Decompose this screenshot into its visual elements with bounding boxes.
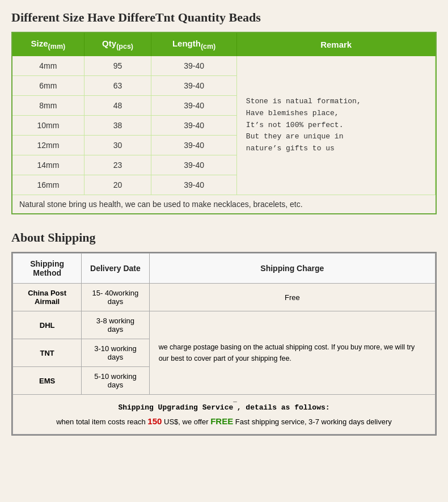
charge-note: we charge postage basing on the actual s… (149, 311, 435, 395)
upgrade-row: Shipping Upgrading Service¯, details as … (13, 395, 436, 434)
method-tnt: TNT (13, 339, 82, 367)
qty-cell: 48 (84, 96, 151, 116)
qty-cell: 38 (84, 116, 151, 136)
shipping-row-dhl: DHL 3-8 working days we charge postage b… (13, 311, 436, 339)
length-cell: 39-40 (151, 56, 237, 76)
note-cell: Natural stone bring us health, we can be… (12, 195, 436, 214)
qty-cell: 20 (84, 175, 151, 195)
length-cell: 39-40 (151, 96, 237, 116)
upgrade-threshold: 150 (147, 416, 162, 426)
shipping-col-delivery: Delivery Date (82, 254, 149, 284)
qty-cell: 30 (84, 136, 151, 155)
shipping-table-wrapper: Shipping Method Delivery Date Shipping C… (11, 252, 437, 436)
size-cell: 14mm (12, 155, 84, 175)
shipping-title: About Shipping (11, 230, 437, 245)
length-cell: 39-40 (151, 136, 237, 155)
delivery-dhl: 3-8 working days (82, 311, 149, 339)
qty-cell: 23 (84, 155, 151, 175)
table-row: 4mm 95 39-40 Stone is natual formation, … (12, 56, 436, 76)
remark-cell: Stone is natual formation, Have blemishe… (236, 56, 435, 195)
qty-cell: 95 (84, 56, 151, 76)
length-cell: 39-40 (151, 76, 237, 96)
length-cell: 39-40 (151, 175, 237, 195)
size-cell: 4mm (12, 56, 84, 76)
note-row: Natural stone bring us health, we can be… (12, 195, 436, 214)
beads-title: Different Size Have DiffereTnt Quantity … (11, 10, 437, 25)
charge-airmail: Free (149, 284, 435, 311)
upgrade-text: when total item costs reach (56, 417, 147, 426)
method-airmail: China Post Airmail (13, 284, 82, 311)
beads-table-wrapper: Size(mm) Qty(pcs) Length(cm) Remark 4mm … (11, 32, 437, 214)
size-cell: 16mm (12, 175, 84, 195)
delivery-ems: 5-10 working days (82, 367, 149, 395)
size-cell: 12mm (12, 136, 84, 155)
upgrade-free-label: FREE (210, 416, 233, 426)
shipping-col-charge: Shipping Charge (149, 254, 435, 284)
col-header-qty: Qty(pcs) (84, 33, 151, 56)
size-cell: 6mm (12, 76, 84, 96)
col-header-size: Size(mm) (12, 33, 84, 56)
shipping-col-method: Shipping Method (13, 254, 82, 284)
length-cell: 39-40 (151, 116, 237, 136)
upgrade-rest: Fast shipping service, 3-7 working days … (235, 417, 392, 426)
delivery-airmail: 15- 40working days (82, 284, 149, 311)
upgrade-currency: US$, we offer (164, 417, 210, 426)
size-cell: 10mm (12, 116, 84, 136)
beads-table: Size(mm) Qty(pcs) Length(cm) Remark 4mm … (12, 33, 436, 213)
size-cell: 8mm (12, 96, 84, 116)
shipping-row-airmail: China Post Airmail 15- 40working days Fr… (13, 284, 436, 311)
length-cell: 39-40 (151, 155, 237, 175)
qty-cell: 63 (84, 76, 151, 96)
method-ems: EMS (13, 367, 82, 395)
upgrade-cell: Shipping Upgrading Service¯, details as … (13, 395, 436, 434)
method-dhl: DHL (13, 311, 82, 339)
col-header-remark: Remark (236, 33, 435, 56)
shipping-table: Shipping Method Delivery Date Shipping C… (12, 253, 436, 434)
delivery-tnt: 3-10 working days (82, 339, 149, 367)
upgrade-label: Shipping Upgrading Service¯, details as … (118, 403, 329, 412)
col-header-length: Length(cm) (151, 33, 237, 56)
